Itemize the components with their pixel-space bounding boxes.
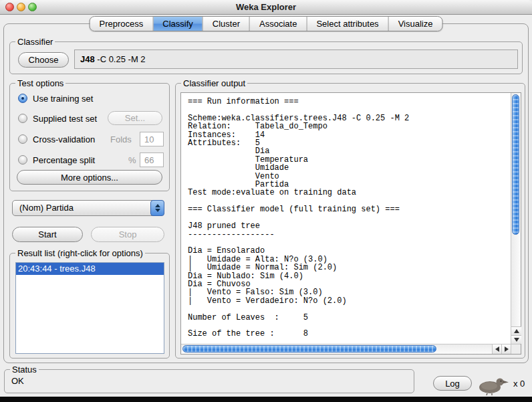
folds-input[interactable] — [140, 132, 164, 146]
scheme-params: -C 0.25 -M 2 — [95, 54, 146, 64]
result-list-group-label: Result list (right-click for options) — [15, 248, 145, 258]
tab-classify[interactable]: Classify — [152, 17, 203, 31]
scroll-left-button[interactable] — [492, 344, 501, 354]
test-options-group: Test options Use training set Supplied t… — [9, 83, 170, 191]
triangle-down-icon — [514, 338, 519, 342]
vertical-scrollbar[interactable] — [511, 93, 521, 344]
scrollbar-corner — [511, 344, 521, 354]
radio-supplied-test-set[interactable]: Supplied test set — [18, 113, 97, 124]
combobox-stepper-icon[interactable] — [150, 200, 164, 216]
supplied-test-set-label: Supplied test set — [33, 114, 97, 124]
horizontal-scrollbar-arrows — [492, 344, 511, 354]
horizontal-scrollbar[interactable] — [181, 344, 511, 354]
scroll-down-button[interactable] — [511, 335, 521, 344]
percent-label: % — [128, 155, 136, 165]
vertical-scrollbar-thumb[interactable] — [512, 94, 519, 235]
chevron-down-icon — [155, 209, 160, 212]
radio-percentage-split[interactable]: Percentage split — [18, 155, 95, 165]
use-training-set-label: Use training set — [33, 94, 93, 104]
tab-select-attributes[interactable]: Select attributes — [306, 17, 388, 31]
classifier-output-group: Classifier output === Run information ==… — [175, 83, 525, 359]
classifier-output-area[interactable]: === Run information === Scheme:weka.clas… — [180, 92, 521, 355]
horizontal-scrollbar-thumb[interactable] — [182, 345, 436, 353]
classifier-output-text: === Run information === Scheme:weka.clas… — [188, 98, 509, 342]
titlebar: Weka Explorer — [0, 0, 532, 15]
classifier-group: Classifier Choose J48 -C 0.25 -M 2 — [9, 41, 523, 74]
radio-unselected-icon[interactable] — [18, 114, 27, 123]
vertical-scrollbar-arrows — [511, 326, 521, 344]
percent-input[interactable] — [140, 153, 164, 167]
radio-cross-validation[interactable]: Cross-validation — [18, 134, 95, 144]
radio-selected-icon[interactable] — [18, 94, 27, 103]
main-tabs: Preprocess Classify Cluster Associate Se… — [90, 16, 443, 31]
class-attribute-select[interactable]: (Nom) Partida — [12, 200, 164, 216]
chevron-up-icon — [155, 204, 160, 207]
bottom-bar — [0, 397, 532, 402]
percentage-split-label: Percentage split — [33, 155, 95, 165]
start-button[interactable]: Start — [12, 227, 83, 242]
classifier-group-label: Classifier — [15, 37, 55, 47]
tab-associate[interactable]: Associate — [249, 17, 306, 31]
classifier-scheme-field[interactable]: J48 -C 0.25 -M 2 — [74, 49, 518, 69]
choose-button[interactable]: Choose — [18, 52, 69, 68]
tab-preprocess[interactable]: Preprocess — [90, 17, 153, 31]
more-options-button[interactable]: More options... — [17, 170, 162, 185]
radio-use-training-set[interactable]: Use training set — [18, 93, 93, 104]
status-text: OK — [11, 376, 24, 386]
triangle-left-icon — [495, 346, 499, 352]
result-list-item[interactable]: 20:43:44 - trees.J48 — [16, 263, 164, 275]
status-group: Status OK — [4, 369, 414, 393]
cross-validation-label: Cross-validation — [33, 134, 95, 144]
triangle-up-icon — [514, 329, 519, 333]
triangle-right-icon — [505, 346, 509, 352]
weka-explorer-window: Weka Explorer Preprocess Classify Cluste… — [0, 0, 532, 402]
radio-unselected-icon[interactable] — [18, 155, 27, 165]
scheme-name: J48 — [80, 54, 95, 64]
weka-bird-icon — [476, 375, 511, 395]
radio-unselected-icon[interactable] — [18, 134, 27, 144]
status-group-label: Status — [10, 365, 39, 375]
window-title: Weka Explorer — [0, 2, 532, 12]
test-options-group-label: Test options — [15, 78, 65, 88]
folds-label: Folds — [110, 134, 132, 144]
bird-counter: x 0 — [513, 379, 525, 389]
scroll-up-button[interactable] — [511, 326, 521, 335]
classifier-output-group-label: Classifier output — [181, 78, 247, 88]
set-button[interactable]: Set... — [108, 111, 162, 125]
result-list-group: Result list (right-click for options) 20… — [9, 253, 170, 359]
log-button[interactable]: Log — [433, 376, 472, 391]
result-list[interactable]: 20:43:44 - trees.J48 — [15, 262, 164, 354]
tab-visualize[interactable]: Visualize — [388, 17, 442, 31]
scroll-right-button[interactable] — [501, 344, 511, 354]
stop-button[interactable]: Stop — [91, 227, 164, 242]
class-attribute-value: (Nom) Partida — [19, 203, 74, 213]
tab-cluster[interactable]: Cluster — [203, 17, 249, 31]
